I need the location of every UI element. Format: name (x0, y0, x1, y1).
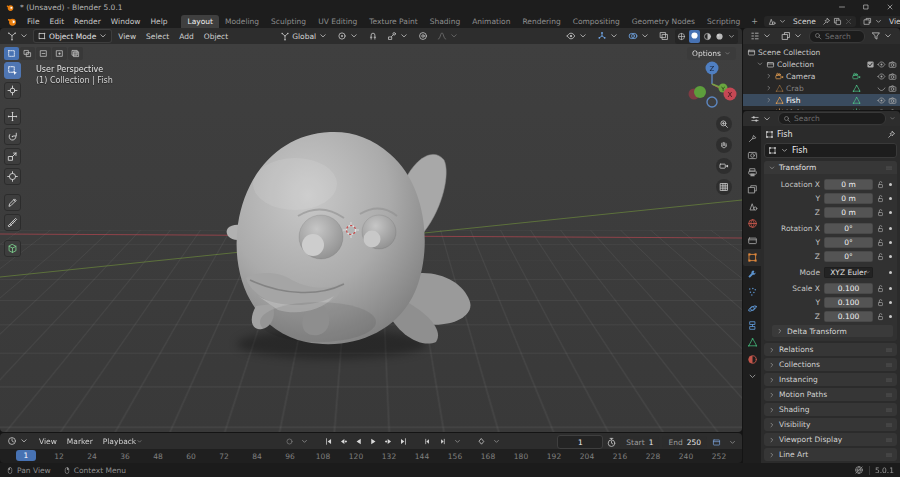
tool-select-box-button[interactable] (4, 62, 21, 79)
previous-keyframe-button[interactable] (337, 435, 350, 447)
workspace-tab-layout[interactable]: Layout (181, 15, 219, 28)
properties-tab-material[interactable] (743, 351, 761, 368)
object-name-field[interactable]: Fish (764, 143, 897, 158)
hide-viewport-toggle-icon[interactable] (877, 72, 886, 81)
new-scene-icon[interactable] (833, 17, 842, 26)
wireframe-shading-icon[interactable] (677, 32, 686, 41)
value-field[interactable]: 0° (824, 251, 873, 262)
mode-dropdown[interactable]: XYZ Euler (824, 267, 873, 278)
tool-move-button[interactable] (4, 108, 21, 125)
value-field[interactable]: 0.100 (824, 311, 873, 322)
panel-visibility[interactable]: Visibility (764, 418, 897, 431)
keying-set-dropdown[interactable] (490, 435, 503, 447)
end-frame-field[interactable]: End 250 (662, 436, 707, 448)
select-mode-invert[interactable] (52, 47, 67, 60)
animate-dot[interactable] (885, 301, 895, 304)
next-frame-button[interactable] (436, 435, 449, 447)
properties-tab-constraints[interactable] (743, 317, 761, 334)
animate-dot[interactable] (885, 183, 895, 186)
minimize-button[interactable] (838, 3, 846, 11)
tool-rotate-button[interactable] (4, 128, 21, 145)
camera-view-button[interactable] (716, 158, 732, 174)
collection-checkbox-icon[interactable] (866, 60, 875, 69)
auto-keying-dropdown[interactable] (298, 435, 311, 447)
properties-editor-type-button[interactable] (747, 113, 775, 125)
frame-tick-96[interactable]: 96 (285, 452, 295, 461)
lock-open-icon[interactable] (876, 284, 885, 293)
frame-tick-228[interactable]: 228 (646, 452, 660, 461)
animate-dot[interactable] (885, 315, 895, 318)
panel-motion-paths[interactable]: Motion Paths (764, 388, 897, 401)
transform-panel-header[interactable]: Transform (764, 161, 897, 174)
outliner-row-light[interactable]: Light (743, 106, 900, 110)
tool-annotate-button[interactable] (4, 194, 21, 211)
viewport-canvas[interactable]: Options User Perspective (1) Collection … (0, 44, 742, 432)
pin-icon[interactable] (887, 130, 896, 139)
frame-tick-216[interactable]: 216 (613, 452, 627, 461)
viewlayer-selector[interactable]: ViewLayer (860, 16, 900, 27)
material-shading-icon[interactable] (703, 32, 712, 41)
fish-model[interactable] (227, 132, 471, 359)
show-gizmos-dropdown[interactable] (594, 30, 622, 42)
select-mode-subtract[interactable] (36, 47, 51, 60)
value-field[interactable]: 0° (824, 237, 873, 248)
xray-toggle[interactable] (656, 30, 672, 42)
hide-viewport-toggle-icon[interactable] (877, 96, 886, 105)
workspace-tab-scripting[interactable]: Scripting (701, 15, 746, 28)
select-mode-extend[interactable] (20, 47, 35, 60)
timeline-view-button[interactable] (710, 436, 723, 448)
frame-tick-204[interactable]: 204 (580, 452, 594, 461)
frame-tick-60[interactable]: 60 (186, 452, 196, 461)
start-frame-field[interactable]: Start 1 (620, 436, 659, 448)
delta-transform-panel-header[interactable]: Delta Transform (772, 325, 893, 337)
workspace-tab-texture-paint[interactable]: Texture Paint (363, 15, 423, 28)
auto-keying-toggle[interactable] (283, 435, 296, 447)
frame-tick-240[interactable]: 240 (679, 452, 693, 461)
hide-viewport-toggle-icon[interactable] (877, 108, 886, 111)
menu-file[interactable]: File (22, 16, 45, 27)
frame-tick-36[interactable]: 36 (120, 452, 130, 461)
properties-tab-render[interactable] (743, 147, 761, 164)
workspace-tab-sculpting[interactable]: Sculpting (265, 15, 312, 28)
expand-closed-icon[interactable] (765, 96, 773, 104)
frame-step-dropdown[interactable] (451, 435, 464, 447)
jump-to-start-button[interactable] (322, 435, 335, 447)
viewport-menu-view[interactable]: View (113, 31, 141, 42)
timeline-editor-type-button[interactable] (4, 435, 32, 447)
close-button[interactable] (886, 3, 894, 11)
animate-dot[interactable] (885, 227, 895, 230)
perspective-toggle-button[interactable] (716, 179, 732, 195)
properties-tab-object[interactable] (743, 249, 761, 266)
select-mode-intersect[interactable] (68, 47, 83, 60)
disable-render-toggle-icon[interactable] (888, 108, 897, 111)
panel-collections[interactable]: Collections (764, 358, 897, 371)
grip-icon[interactable] (885, 406, 893, 414)
frame-tick-72[interactable]: 72 (219, 452, 229, 461)
properties-tab-tool[interactable] (743, 130, 761, 147)
viewport-menu-add[interactable]: Add (174, 31, 199, 42)
frame-tick-192[interactable]: 192 (547, 452, 561, 461)
keying-set-button[interactable] (475, 435, 488, 447)
solid-shading-button[interactable] (689, 30, 700, 43)
value-field[interactable]: 0 m (824, 207, 873, 218)
grip-icon[interactable] (885, 421, 893, 429)
next-keyframe-button[interactable] (382, 435, 395, 447)
outliner-row-camera[interactable]: Camera (743, 70, 900, 82)
previous-frame-button[interactable] (421, 435, 434, 447)
grip-icon[interactable] (885, 451, 893, 459)
menu-edit[interactable]: Edit (45, 16, 70, 27)
frame-tick-132[interactable]: 132 (382, 452, 396, 461)
properties-tab-output[interactable] (743, 164, 761, 181)
lock-open-icon[interactable] (876, 194, 885, 203)
lock-open-icon[interactable] (876, 180, 885, 189)
grip-icon[interactable] (885, 391, 893, 399)
frame-tick-180[interactable]: 180 (514, 452, 528, 461)
snap-toggle[interactable] (365, 30, 381, 42)
mode-dropdown[interactable]: Object Mode (34, 30, 111, 42)
frame-tick-120[interactable]: 120 (349, 452, 363, 461)
outliner-display-mode-dropdown[interactable] (747, 30, 775, 42)
tool-scale-button[interactable] (4, 148, 21, 165)
animate-dot[interactable] (885, 211, 895, 214)
add-workspace-button[interactable]: + (746, 15, 763, 28)
properties-tab-physics[interactable] (743, 300, 761, 317)
